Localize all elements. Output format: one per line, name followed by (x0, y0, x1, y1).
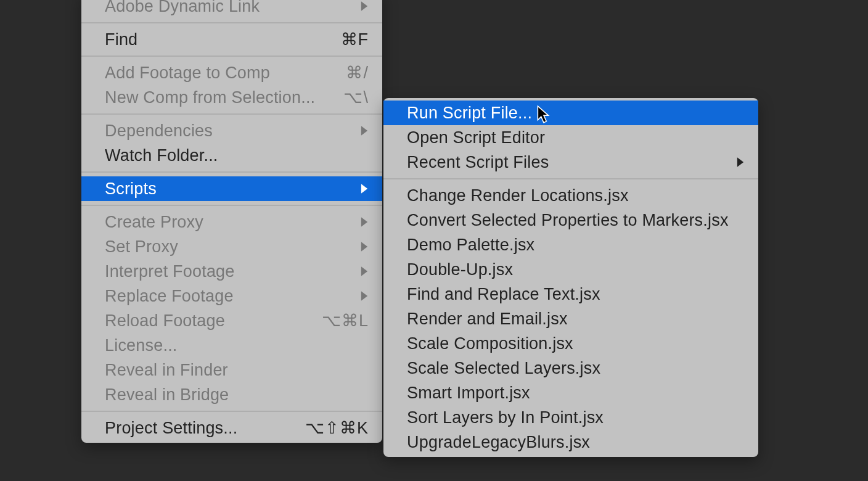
menu-item-reload-footage[interactable]: Reload Footage ⌥⌘L (81, 308, 382, 333)
menu-item-label: Reveal in Bridge (105, 384, 229, 406)
menu-item-label: Scale Composition.jsx (407, 332, 573, 355)
menu-item-adobe-dynamic-link[interactable]: Adobe Dynamic Link (81, 0, 382, 18)
menu-item-script-file[interactable]: Scale Composition.jsx (383, 331, 758, 356)
menu-item-create-proxy[interactable]: Create Proxy (81, 210, 382, 234)
menu-item-script-file[interactable]: Render and Email.jsx (383, 306, 758, 331)
menu-item-label: Open Script Editor (407, 126, 545, 149)
menu-item-script-file[interactable]: Change Render Locations.jsx (383, 183, 758, 208)
menu-item-shortcut: ⌥⇧⌘K (305, 417, 369, 439)
menu-separator (81, 411, 382, 412)
menu-item-label: Reload Footage (105, 310, 225, 332)
menu-item-label: Scale Selected Layers.jsx (407, 357, 600, 379)
menu-item-replace-footage[interactable]: Replace Footage (81, 284, 382, 308)
menu-separator (81, 22, 382, 23)
menu-item-script-file[interactable]: Convert Selected Properties to Markers.j… (383, 208, 758, 232)
chevron-right-icon (360, 216, 369, 228)
menu-item-label: Adobe Dynamic Link (105, 0, 260, 17)
menu-item-shortcut: ⌘/ (346, 62, 369, 84)
menu-item-open-script-editor[interactable]: Open Script Editor (383, 125, 758, 150)
menu-item-label: Interpret Footage (105, 260, 235, 282)
menu-item-set-proxy[interactable]: Set Proxy (81, 234, 382, 259)
menu-item-project-settings[interactable]: Project Settings... ⌥⇧⌘K (81, 416, 382, 440)
chevron-right-icon (360, 290, 369, 302)
chevron-right-icon (360, 125, 369, 136)
menu-item-dependencies[interactable]: Dependencies (81, 118, 382, 143)
menu-item-recent-script-files[interactable]: Recent Script Files (383, 150, 758, 175)
chevron-right-icon (360, 241, 369, 252)
menu-item-script-file[interactable]: UpgradeLegacyBlurs.jsx (383, 430, 758, 454)
file-menu: Adobe Dynamic Link Find ⌘F Add Footage t… (81, 0, 382, 443)
menu-item-script-file[interactable]: Find and Replace Text.jsx (383, 282, 758, 306)
menu-item-label: Render and Email.jsx (407, 308, 568, 330)
menu-item-label: Smart Import.jsx (407, 382, 530, 404)
scripts-submenu: Run Script File... Open Script Editor Re… (383, 98, 758, 457)
menu-item-interpret-footage[interactable]: Interpret Footage (81, 259, 382, 284)
chevron-right-icon (736, 157, 745, 168)
menu-item-label: Set Proxy (105, 236, 178, 258)
menu-item-label: Replace Footage (105, 285, 234, 307)
menu-separator (81, 205, 382, 206)
menu-item-label: New Comp from Selection... (105, 86, 315, 109)
menu-item-label: License... (105, 334, 178, 356)
chevron-right-icon (360, 183, 369, 194)
menu-item-label: Run Script File... (407, 102, 532, 124)
menu-item-script-file[interactable]: Double-Up.jsx (383, 257, 758, 282)
menu-item-new-comp-from-selection[interactable]: New Comp from Selection... ⌥\ (81, 85, 382, 110)
menu-item-label: Add Footage to Comp (105, 62, 270, 84)
menu-item-label: Dependencies (105, 120, 213, 142)
menu-item-label: UpgradeLegacyBlurs.jsx (407, 431, 590, 453)
menu-item-label: Recent Script Files (407, 151, 549, 173)
menu-item-shortcut: ⌥⌘L (322, 310, 369, 332)
menu-separator (81, 56, 382, 57)
menu-item-label: Sort Layers by In Point.jsx (407, 406, 604, 429)
menu-separator (81, 171, 382, 173)
menu-item-shortcut: ⌘F (341, 28, 369, 51)
menu-separator (81, 113, 382, 115)
menu-item-watch-folder[interactable]: Watch Folder... (81, 143, 382, 168)
menu-item-label: Project Settings... (105, 417, 237, 439)
menu-item-script-file[interactable]: Sort Layers by In Point.jsx (383, 405, 758, 430)
chevron-right-icon (360, 266, 369, 277)
menu-item-script-file[interactable]: Smart Import.jsx (383, 380, 758, 405)
menu-separator (383, 178, 758, 179)
menu-item-label: Convert Selected Properties to Markers.j… (407, 209, 729, 231)
menu-item-label: Demo Palette.jsx (407, 234, 534, 256)
menu-item-label: Scripts (105, 178, 157, 200)
menu-item-script-file[interactable]: Scale Selected Layers.jsx (383, 356, 758, 380)
menu-item-label: Watch Folder... (105, 144, 218, 166)
menu-item-label: Find (105, 28, 137, 51)
menu-item-reveal-in-bridge[interactable]: Reveal in Bridge (81, 382, 382, 407)
menu-item-license[interactable]: License... (81, 333, 382, 358)
menu-item-label: Change Render Locations.jsx (407, 184, 629, 207)
menu-item-label: Reveal in Finder (105, 359, 228, 381)
menu-item-run-script-file[interactable]: Run Script File... (383, 101, 758, 125)
menu-item-shortcut: ⌥\ (343, 86, 369, 109)
menu-item-add-footage-to-comp[interactable]: Add Footage to Comp ⌘/ (81, 60, 382, 85)
menu-item-label: Create Proxy (105, 211, 203, 233)
chevron-right-icon (360, 1, 369, 12)
menu-item-label: Double-Up.jsx (407, 258, 513, 281)
menu-item-label: Find and Replace Text.jsx (407, 283, 600, 305)
menu-item-scripts[interactable]: Scripts (81, 176, 382, 201)
menu-item-reveal-in-finder[interactable]: Reveal in Finder (81, 358, 382, 382)
menu-item-script-file[interactable]: Demo Palette.jsx (383, 232, 758, 257)
menu-item-find[interactable]: Find ⌘F (81, 27, 382, 52)
